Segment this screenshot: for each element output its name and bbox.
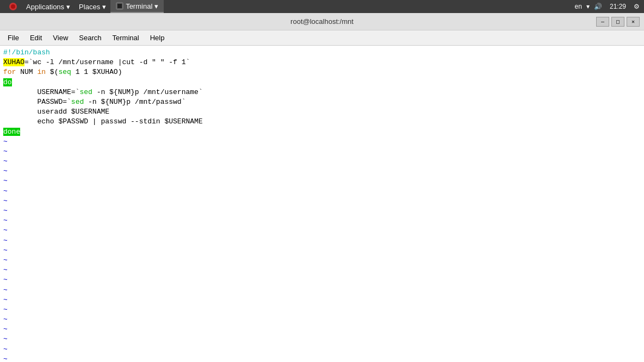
tilde-11: ~ bbox=[3, 236, 641, 246]
system-bar-left: Applications ▾ Places ▾ Terminal ▾ bbox=[4, 0, 164, 13]
close-button[interactable]: ✕ bbox=[627, 17, 640, 27]
code-line-7: useradd $USERNAME bbox=[3, 107, 641, 117]
menu-file[interactable]: File bbox=[2, 32, 24, 44]
tilde-18: ~ bbox=[3, 305, 641, 315]
window-controls: – □ ✕ bbox=[596, 17, 640, 27]
svg-rect-3 bbox=[117, 4, 122, 8]
menu-search[interactable]: Search bbox=[73, 32, 107, 44]
tilde-13: ~ bbox=[3, 255, 641, 265]
tilde-7: ~ bbox=[3, 196, 641, 206]
terminal-tab[interactable]: Terminal ▾ bbox=[110, 0, 164, 13]
menu-help[interactable]: Help bbox=[145, 32, 170, 44]
code-line-6: PASSWD=`sed -n ${NUM}p /mnt/passwd` bbox=[3, 97, 641, 107]
system-bar: Applications ▾ Places ▾ Terminal ▾ en ▾ … bbox=[0, 0, 644, 13]
tilde-17: ~ bbox=[3, 295, 641, 305]
window-title: root@localhost:/mnt bbox=[48, 17, 596, 26]
code-line-4: do bbox=[3, 78, 641, 88]
tilde-22: ~ bbox=[3, 345, 641, 354]
tilde-1: ~ bbox=[3, 137, 641, 147]
terminal-body[interactable]: #!/bin/bash XUHAO=`wc -l /mnt/username |… bbox=[0, 46, 644, 362]
code-line-2: XUHAO=`wc -l /mnt/username |cut -d " " -… bbox=[3, 58, 641, 67]
minimize-button[interactable]: – bbox=[596, 17, 609, 27]
system-bar-right: en ▾ 🔊 21:29 ⚙ bbox=[575, 3, 640, 10]
terminal-window: root@localhost:/mnt – □ ✕ File Edit View… bbox=[0, 13, 644, 362]
code-line-8: echo $PASSWD | passwd --stdin $USERNAME bbox=[3, 117, 641, 127]
tilde-15: ~ bbox=[3, 275, 641, 285]
maximize-button[interactable]: □ bbox=[611, 17, 624, 27]
tilde-4: ~ bbox=[3, 166, 641, 176]
tilde-5: ~ bbox=[3, 176, 641, 186]
tilde-6: ~ bbox=[3, 186, 641, 196]
code-line-1: #!/bin/bash bbox=[3, 48, 641, 58]
code-line-3: for NUM in $(seq 1 1 $XUHAO) bbox=[3, 67, 641, 77]
menu-edit[interactable]: Edit bbox=[24, 32, 47, 44]
tilde-8: ~ bbox=[3, 206, 641, 216]
svg-point-1 bbox=[11, 4, 15, 9]
tilde-23: ~ bbox=[3, 354, 641, 362]
tilde-2: ~ bbox=[3, 147, 641, 157]
menu-bar: File Edit View Search Terminal Help bbox=[0, 30, 644, 46]
window-titlebar: root@localhost:/mnt – □ ✕ bbox=[0, 13, 644, 30]
tilde-9: ~ bbox=[3, 216, 641, 226]
tilde-19: ~ bbox=[3, 315, 641, 324]
code-line-9: done bbox=[3, 127, 641, 137]
tilde-16: ~ bbox=[3, 285, 641, 295]
tilde-14: ~ bbox=[3, 265, 641, 275]
menu-terminal[interactable]: Terminal bbox=[107, 32, 145, 44]
gnome-icon[interactable] bbox=[4, 0, 22, 13]
places-menu[interactable]: Places ▾ bbox=[75, 0, 110, 13]
tilde-12: ~ bbox=[3, 246, 641, 255]
tilde-20: ~ bbox=[3, 324, 641, 334]
applications-menu[interactable]: Applications ▾ bbox=[22, 0, 75, 13]
tilde-3: ~ bbox=[3, 157, 641, 166]
code-line-5: USERNAME=`sed -n ${NUM}p /mnt/username` bbox=[3, 88, 641, 97]
tilde-10: ~ bbox=[3, 226, 641, 235]
tilde-21: ~ bbox=[3, 334, 641, 344]
menu-view[interactable]: View bbox=[47, 32, 73, 44]
